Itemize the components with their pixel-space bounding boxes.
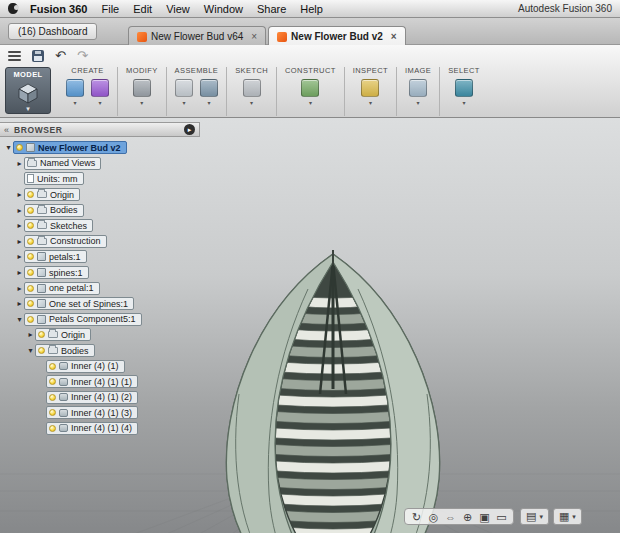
- tree-item[interactable]: one petal:1: [24, 282, 100, 295]
- tree-item[interactable]: Inner (4) (1) (2): [46, 391, 138, 404]
- tab-close-icon[interactable]: ×: [251, 31, 257, 42]
- fit-icon[interactable]: ▣: [477, 510, 492, 524]
- visibility-bulb-icon[interactable]: [49, 425, 56, 432]
- expand-arrow[interactable]: ▸: [15, 252, 24, 261]
- redo-icon[interactable]: ↷: [77, 50, 88, 62]
- save-icon[interactable]: [32, 50, 44, 62]
- create-box-icon[interactable]: ▾: [66, 79, 84, 106]
- visibility-bulb-icon[interactable]: [49, 394, 56, 401]
- workspace-switcher[interactable]: MODEL ▾: [5, 67, 51, 114]
- joint-icon[interactable]: ▾: [200, 79, 218, 106]
- select-icon[interactable]: ▾: [455, 79, 473, 106]
- menu-file[interactable]: File: [101, 3, 119, 15]
- tree-item[interactable]: Inner (4) (1) (3): [46, 406, 138, 419]
- chevron-down-icon[interactable]: ▾: [309, 99, 312, 106]
- zoom-icon[interactable]: ⊕: [460, 510, 475, 524]
- tree-item[interactable]: spines:1: [24, 266, 89, 279]
- zoom-window-icon[interactable]: ▭: [494, 510, 509, 524]
- expand-arrow[interactable]: ▾: [4, 143, 13, 152]
- tree-item[interactable]: One set of Spines:1: [24, 297, 134, 310]
- dashboard-tab[interactable]: (16) Dashboard: [8, 23, 97, 40]
- tree-item[interactable]: petals:1: [24, 250, 87, 263]
- expand-arrow[interactable]: ▸: [15, 237, 24, 246]
- create-form-icon[interactable]: ▾: [91, 79, 109, 106]
- tree-item[interactable]: Construction: [24, 235, 107, 248]
- visibility-bulb-icon[interactable]: [27, 316, 34, 323]
- tree-item[interactable]: Inner (4) (1): [46, 360, 125, 373]
- attached-canvas-icon[interactable]: ▾: [409, 79, 427, 106]
- measure-icon[interactable]: ▾: [361, 79, 379, 106]
- visibility-bulb-icon[interactable]: [27, 222, 34, 229]
- expand-arrow[interactable]: ▸: [15, 284, 24, 293]
- chevron-down-icon[interactable]: ▾: [73, 99, 76, 106]
- display-settings-dropdown[interactable]: ▤ ▾: [520, 508, 549, 525]
- expand-arrow[interactable]: ▾: [15, 315, 24, 324]
- expand-arrow[interactable]: ▸: [15, 268, 24, 277]
- grid-layout-dropdown[interactable]: ▦ ▾: [553, 508, 582, 525]
- visibility-bulb-icon[interactable]: [27, 300, 34, 307]
- visibility-bulb-icon[interactable]: [49, 363, 56, 370]
- expand-arrow[interactable]: ▸: [15, 206, 24, 215]
- tree-item[interactable]: Origin: [35, 328, 91, 341]
- flower-bud-model[interactable]: [203, 244, 463, 533]
- chevron-down-icon[interactable]: ▾: [369, 99, 372, 106]
- tree-item[interactable]: Bodies: [35, 344, 95, 357]
- visibility-bulb-icon[interactable]: [27, 253, 34, 260]
- orbit-icon[interactable]: ↻: [409, 510, 424, 524]
- menu-window[interactable]: Window: [204, 3, 243, 15]
- expand-arrow[interactable]: ▸: [15, 299, 24, 308]
- tree-item[interactable]: Inner (4) (1) (4): [46, 422, 138, 435]
- visibility-bulb-icon[interactable]: [27, 207, 34, 214]
- browser-options-button[interactable]: ▸: [184, 124, 195, 135]
- tree-item[interactable]: Bodies: [24, 204, 84, 217]
- visibility-bulb-icon[interactable]: [27, 269, 34, 276]
- visibility-bulb-icon[interactable]: [38, 347, 45, 354]
- expand-arrow[interactable]: ▸: [26, 330, 35, 339]
- tree-item[interactable]: Origin: [24, 188, 80, 201]
- visibility-bulb-icon[interactable]: [49, 378, 56, 385]
- menu-view[interactable]: View: [166, 3, 190, 15]
- chevron-down-icon[interactable]: ▾: [182, 99, 185, 106]
- app-menu-title[interactable]: Fusion 360: [30, 3, 87, 15]
- visibility-bulb-icon[interactable]: [27, 191, 34, 198]
- create-sketch-icon[interactable]: ▾: [243, 79, 261, 106]
- collapse-panel-icon[interactable]: «: [4, 125, 9, 135]
- chevron-down-icon[interactable]: ▾: [417, 99, 420, 106]
- visibility-bulb-icon[interactable]: [27, 238, 34, 245]
- chevron-down-icon[interactable]: ▾: [462, 99, 465, 106]
- chevron-down-icon[interactable]: ▾: [98, 99, 101, 106]
- look-at-icon[interactable]: ◎: [426, 510, 441, 524]
- construction-plane-icon[interactable]: ▾: [301, 79, 319, 106]
- tree-item[interactable]: Units: mm: [24, 172, 84, 185]
- doc-tab[interactable]: New Flower Bud v2 ×: [268, 26, 406, 45]
- visibility-bulb-icon[interactable]: [38, 331, 45, 338]
- tree-item[interactable]: Sketches: [24, 219, 93, 232]
- doc-tab[interactable]: New Flower Bud v64 ×: [128, 26, 266, 45]
- tree-item[interactable]: New Flower Bud v2: [13, 141, 127, 154]
- chevron-down-icon[interactable]: ▾: [140, 99, 143, 106]
- browser-header: « BROWSER ▸: [0, 122, 200, 137]
- chevron-down-icon[interactable]: ▾: [250, 99, 253, 106]
- undo-icon[interactable]: ↶: [55, 50, 66, 62]
- expand-arrow[interactable]: ▸: [15, 159, 24, 168]
- menu-help[interactable]: Help: [300, 3, 323, 15]
- pan-icon[interactable]: ⇔: [443, 510, 458, 524]
- expand-arrow[interactable]: ▸: [15, 221, 24, 230]
- press-pull-icon[interactable]: ▾: [133, 79, 151, 106]
- visibility-bulb-icon[interactable]: [27, 285, 34, 292]
- menu-edit[interactable]: Edit: [133, 3, 152, 15]
- apple-icon[interactable]: [8, 3, 18, 14]
- new-component-icon[interactable]: ▾: [175, 79, 193, 106]
- tab-close-icon[interactable]: ×: [391, 31, 397, 42]
- tree-item[interactable]: Petals Component5:1: [24, 313, 142, 326]
- expand-arrow[interactable]: ▾: [26, 346, 35, 355]
- visibility-bulb-icon[interactable]: [49, 409, 56, 416]
- tree-item-label: Inner (4) (1) (4): [71, 423, 132, 433]
- tree-item[interactable]: Inner (4) (1) (1): [46, 375, 138, 388]
- chevron-down-icon[interactable]: ▾: [207, 99, 210, 106]
- tree-item[interactable]: Named Views: [24, 157, 101, 170]
- menu-share[interactable]: Share: [257, 3, 286, 15]
- visibility-bulb-icon[interactable]: [16, 144, 23, 151]
- expand-arrow[interactable]: ▸: [15, 190, 24, 199]
- file-menu-icon[interactable]: [8, 51, 21, 61]
